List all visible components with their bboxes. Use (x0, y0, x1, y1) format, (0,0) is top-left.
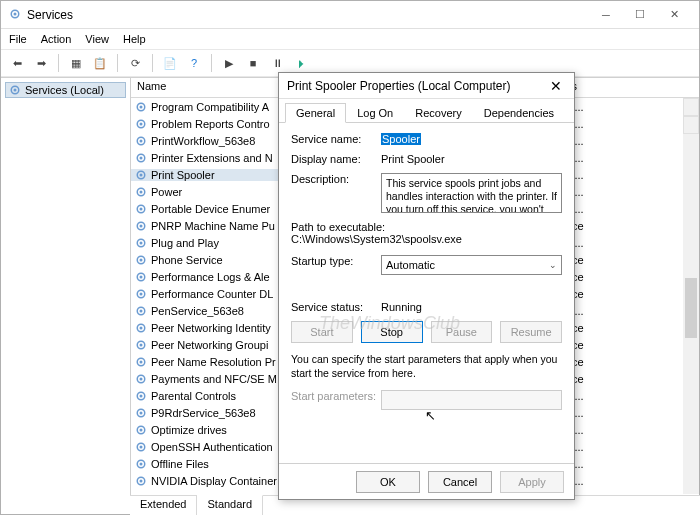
svg-point-37 (140, 377, 143, 380)
pause-service-button[interactable]: ⏸ (267, 53, 287, 73)
service-name: Performance Counter DL (151, 288, 273, 300)
label-service-name: Service name: (291, 133, 381, 145)
titlebar: Services ─ ☐ ✕ (1, 1, 699, 29)
stop-button[interactable]: Stop (361, 321, 423, 343)
forward-button[interactable]: ➡ (31, 53, 51, 73)
refresh-button[interactable]: ⟳ (125, 53, 145, 73)
value-service-status: Running (381, 301, 422, 313)
menubar: File Action View Help (1, 29, 699, 49)
service-name: PrintWorkflow_563e8 (151, 135, 255, 147)
separator (152, 54, 153, 72)
menu-help[interactable]: Help (123, 33, 146, 45)
maximize-button[interactable]: ☐ (623, 4, 657, 26)
gear-icon (135, 441, 147, 453)
svg-point-35 (140, 360, 143, 363)
gear-icon (135, 390, 147, 402)
value-display-name: Print Spooler (381, 153, 445, 165)
service-name: Peer Networking Identity (151, 322, 271, 334)
svg-point-17 (140, 207, 143, 210)
service-name: Optimize drives (151, 424, 227, 436)
gear-icon (135, 271, 147, 283)
properties-dialog: Print Spooler Properties (Local Computer… (278, 72, 575, 500)
start-service-button[interactable]: ▶ (219, 53, 239, 73)
dialog-titlebar: Print Spooler Properties (Local Computer… (279, 73, 574, 99)
close-button[interactable]: ✕ (657, 4, 691, 26)
label-start-parameters: Start parameters: (291, 390, 381, 402)
gear-icon (135, 101, 147, 113)
menu-view[interactable]: View (85, 33, 109, 45)
show-hide-tree-button[interactable]: ▦ (66, 53, 86, 73)
gear-icon (135, 237, 147, 249)
description-textbox[interactable]: This service spools print jobs and handl… (381, 173, 562, 213)
tab-recovery[interactable]: Recovery (404, 103, 472, 122)
svg-point-23 (140, 258, 143, 261)
service-name: Offline Files (151, 458, 209, 470)
svg-point-25 (140, 275, 143, 278)
separator (58, 54, 59, 72)
menu-action[interactable]: Action (41, 33, 72, 45)
start-parameters-input (381, 390, 562, 410)
gear-icon (135, 220, 147, 232)
svg-point-11 (140, 156, 143, 159)
tab-dependencies[interactable]: Dependencies (473, 103, 565, 122)
service-name: Problem Reports Contro (151, 118, 270, 130)
dialog-close-button[interactable]: ✕ (546, 78, 566, 94)
svg-point-31 (140, 326, 143, 329)
restart-service-button[interactable]: ⏵ (291, 53, 311, 73)
tab-logon[interactable]: Log On (346, 103, 404, 122)
gear-icon (135, 305, 147, 317)
ok-button[interactable]: OK (356, 471, 420, 493)
svg-point-39 (140, 394, 143, 397)
scrollbar-thumb[interactable] (685, 278, 697, 338)
export-button[interactable]: 📋 (90, 53, 110, 73)
svg-point-9 (140, 139, 143, 142)
svg-point-45 (140, 445, 143, 448)
dialog-title: Print Spooler Properties (Local Computer… (287, 79, 546, 93)
svg-point-47 (140, 462, 143, 465)
gear-icon (135, 356, 147, 368)
dialog-footer: OK Cancel Apply (279, 463, 574, 499)
startup-type-select[interactable]: Automatic ⌄ (381, 255, 562, 275)
svg-point-49 (140, 479, 143, 482)
gear-icon (135, 135, 147, 147)
start-button: Start (291, 321, 353, 343)
service-name: P9RdrService_563e8 (151, 407, 256, 419)
label-display-name: Display name: (291, 153, 381, 165)
gear-icon (135, 458, 147, 470)
label-description: Description: (291, 173, 381, 185)
properties-button[interactable]: 📄 (160, 53, 180, 73)
help-button[interactable]: ? (184, 53, 204, 73)
service-name: Print Spooler (151, 169, 215, 181)
stop-service-button[interactable]: ■ (243, 53, 263, 73)
vertical-scrollbar[interactable] (683, 98, 699, 494)
service-name: Printer Extensions and N (151, 152, 273, 164)
window-title: Services (27, 8, 589, 22)
menu-file[interactable]: File (9, 33, 27, 45)
gear-icon (135, 322, 147, 334)
gear-icon (135, 203, 147, 215)
value-service-name[interactable]: Spooler (381, 133, 421, 145)
svg-point-41 (140, 411, 143, 414)
service-name: Plug and Play (151, 237, 219, 249)
separator (117, 54, 118, 72)
startup-type-value: Automatic (386, 259, 435, 271)
gear-icon (135, 424, 147, 436)
svg-point-21 (140, 241, 143, 244)
gear-icon (135, 152, 147, 164)
svg-point-19 (140, 224, 143, 227)
tab-standard[interactable]: Standard (197, 495, 263, 515)
minimize-button[interactable]: ─ (589, 4, 623, 26)
tab-general[interactable]: General (285, 103, 346, 123)
svg-point-13 (140, 173, 143, 176)
gear-icon (135, 475, 147, 487)
gear-icon (135, 339, 147, 351)
tab-extended[interactable]: Extended (130, 496, 197, 515)
cancel-button[interactable]: Cancel (428, 471, 492, 493)
svg-point-5 (140, 105, 143, 108)
svg-point-1 (14, 12, 17, 15)
back-button[interactable]: ⬅ (7, 53, 27, 73)
pause-button: Pause (431, 321, 493, 343)
tree-root[interactable]: Services (Local) (5, 82, 126, 98)
dialog-tabs: General Log On Recovery Dependencies (279, 99, 574, 123)
svg-point-33 (140, 343, 143, 346)
